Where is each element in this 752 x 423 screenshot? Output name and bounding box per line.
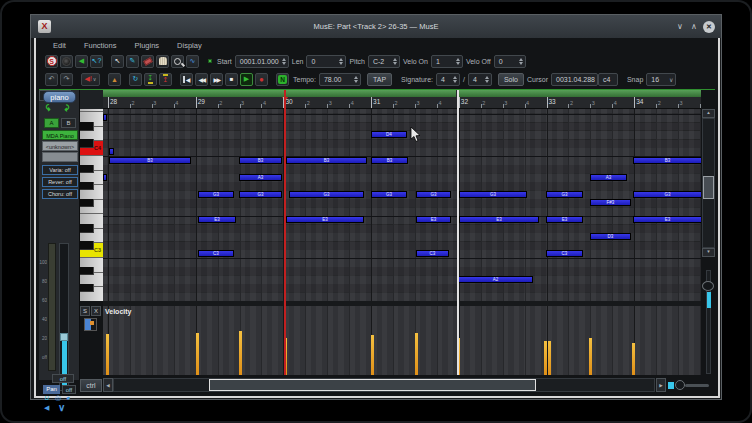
ruler-bar-number[interactable]: 31 xyxy=(373,98,380,105)
variation-send[interactable]: Varia: off xyxy=(42,165,78,175)
midi-note-b3[interactable]: B3 xyxy=(633,157,701,164)
pan-tool-button[interactable] xyxy=(156,55,169,68)
midi-note-e3[interactable]: E3 xyxy=(459,216,539,223)
horizontal-zoom-knob[interactable] xyxy=(675,380,685,390)
spinner-icon[interactable] xyxy=(456,58,460,65)
horizontal-zoom-track[interactable] xyxy=(685,384,709,387)
draw-func-button[interactable]: ∿ xyxy=(186,55,199,68)
vertical-scrollbar-thumb[interactable] xyxy=(703,176,714,199)
midi-note-g3[interactable]: G3 xyxy=(239,191,282,198)
timeline-ruler[interactable]: 28234292343023431234322343323434234 xyxy=(103,90,701,109)
ruler-bar-number[interactable]: 33 xyxy=(549,98,556,105)
midi-note-g3[interactable]: G3 xyxy=(289,191,364,198)
velocity-bar[interactable] xyxy=(415,333,418,375)
part-bar[interactable] xyxy=(103,90,456,97)
rewind-button[interactable]: ◀◀ xyxy=(195,73,208,86)
tempo-master-button[interactable]: N xyxy=(276,73,289,86)
midi-note-g3[interactable]: G3 xyxy=(416,191,451,198)
midi-note-e3[interactable]: E3 xyxy=(633,216,701,223)
velocity-bar[interactable] xyxy=(106,334,109,375)
prev-event-icon[interactable]: ↶ xyxy=(44,104,54,112)
panic-button[interactable]: ◀!∨ xyxy=(81,73,100,86)
velocity-panel[interactable]: Velocity xyxy=(103,306,701,375)
next-event-icon[interactable]: ↷ xyxy=(61,104,71,112)
ruler-bar-number[interactable]: 34 xyxy=(636,98,643,105)
spinner-icon[interactable] xyxy=(393,58,397,65)
midi-note-fs3[interactable]: F#3 xyxy=(590,199,631,206)
midi-note-d3[interactable]: D3 xyxy=(590,233,631,240)
pan-value[interactable]: off xyxy=(62,385,76,394)
midi-note-c3[interactable]: C3 xyxy=(198,250,234,257)
velocity-bar[interactable] xyxy=(196,333,199,375)
controller-a-button[interactable]: A xyxy=(44,118,59,128)
menu-display[interactable]: Display xyxy=(170,41,209,50)
ruler-bar-number[interactable]: 30 xyxy=(285,98,292,105)
piano-key-black[interactable] xyxy=(80,139,94,148)
midi-note-g3[interactable]: G3 xyxy=(459,191,527,198)
ctrl-button[interactable]: ctrl xyxy=(80,379,102,392)
midi-note-a2[interactable]: A2 xyxy=(458,276,533,283)
midi-note-d4[interactable]: D4 xyxy=(371,131,407,138)
play-button[interactable]: ▶ xyxy=(240,73,253,86)
midi-note-e3[interactable]: E3 xyxy=(416,216,451,223)
solo-circle-button[interactable]: S xyxy=(45,55,58,68)
scroll-down-icon[interactable]: ▼ xyxy=(702,248,715,257)
chevron-down-icon[interactable]: ∨ xyxy=(58,402,65,413)
piano-roll-canvas[interactable]: B3G3E3C3B3A3G3B3G3E3D4B3G3G3E3C3G3E3A2G3… xyxy=(103,109,701,301)
volume-slider[interactable] xyxy=(59,243,69,391)
velocity-bar[interactable] xyxy=(239,331,242,375)
instrument-name[interactable]: <unknown> xyxy=(42,141,78,151)
midi-note[interactable] xyxy=(103,174,107,181)
spinner-icon[interactable] xyxy=(282,58,286,65)
forward-button[interactable]: ▶▶ xyxy=(210,73,223,86)
menu-edit[interactable]: Edit xyxy=(46,41,73,50)
scroll-up-icon[interactable]: ▲ xyxy=(702,109,715,118)
maximize-button[interactable]: ∧ xyxy=(689,22,699,31)
piano-key-white[interactable] xyxy=(80,109,103,112)
piano-key-black[interactable] xyxy=(80,182,94,191)
midi-note-b3[interactable]: B3 xyxy=(109,157,191,164)
velocity-bar[interactable] xyxy=(548,341,551,375)
midi-note-g3[interactable]: G3 xyxy=(371,191,407,198)
spinner-icon[interactable] xyxy=(519,58,523,65)
part-bar[interactable] xyxy=(459,90,701,97)
velocity-bar[interactable] xyxy=(589,338,592,375)
vertical-zoom-knob[interactable] xyxy=(702,281,714,291)
patch-name[interactable]: MDA Piano xyxy=(42,130,78,140)
snap-dropdown[interactable]: 16∨ xyxy=(646,73,676,86)
ruler-bar-number[interactable]: 32 xyxy=(461,98,468,105)
midi-note-e3[interactable]: E3 xyxy=(198,216,236,223)
midi-note-g3[interactable]: G3 xyxy=(198,191,234,198)
midi-note-c3[interactable]: C3 xyxy=(416,250,449,257)
piano-key-black[interactable] xyxy=(80,122,94,131)
midi-note-a3[interactable]: A3 xyxy=(239,174,282,181)
rewind-start-button[interactable]: ◀ xyxy=(180,73,193,86)
scroll-left-icon[interactable]: ◀ xyxy=(103,378,113,392)
steprec-button[interactable] xyxy=(60,55,73,68)
piano-key-black[interactable] xyxy=(80,224,94,233)
piano-key-black[interactable] xyxy=(80,284,94,293)
midi-note[interactable] xyxy=(109,148,114,155)
tempo-field[interactable]: 78.00 xyxy=(319,73,361,86)
midi-note-b3[interactable]: B3 xyxy=(239,157,282,164)
whats-this-button[interactable]: ↖? xyxy=(90,55,103,68)
redo-button[interactable]: ↷ xyxy=(60,73,73,86)
velocity-solo-button[interactable]: S xyxy=(80,306,90,316)
minimize-button[interactable]: ∨ xyxy=(675,22,685,31)
velocity-close-button[interactable]: X xyxy=(91,306,101,316)
stop-button[interactable]: ■ xyxy=(225,73,238,86)
velocity-bar[interactable] xyxy=(371,335,374,375)
velocity-bar[interactable] xyxy=(632,343,635,375)
pointer-tool-button[interactable]: ↖ xyxy=(111,55,124,68)
midi-note-g3[interactable]: G3 xyxy=(633,191,701,198)
power-icon[interactable]: ∪ xyxy=(44,394,49,402)
reverb-send[interactable]: Rever: off xyxy=(42,177,78,187)
punch-in-button[interactable]: ↧ xyxy=(144,73,157,86)
midi-note-e3[interactable]: E3 xyxy=(546,216,583,223)
pencil-tool-button[interactable]: ✎ xyxy=(126,55,139,68)
velocity-bar[interactable] xyxy=(544,341,547,375)
midi-note-e3[interactable]: E3 xyxy=(286,216,364,223)
volume-slider-knob[interactable] xyxy=(60,333,68,341)
menu-functions[interactable]: Functions xyxy=(77,41,124,50)
piano-key-black[interactable] xyxy=(80,165,94,174)
